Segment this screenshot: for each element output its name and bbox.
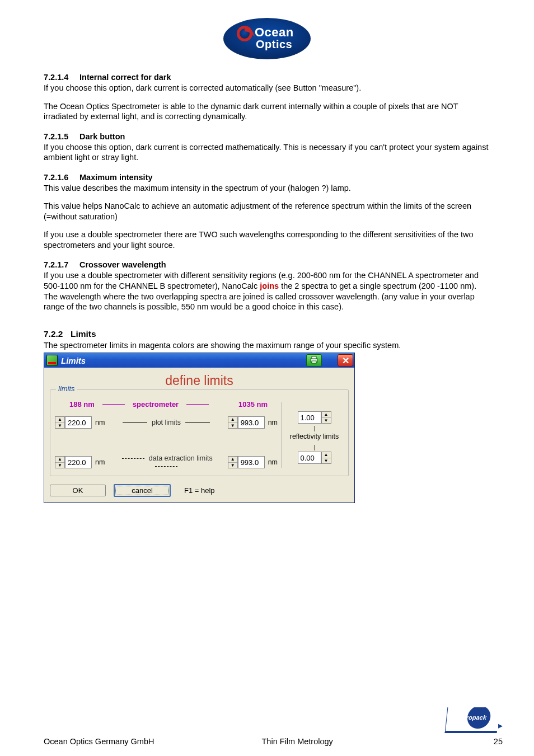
down-arrow-icon[interactable]: ▼ xyxy=(228,423,237,429)
spectrometer-label: spectrometer xyxy=(133,400,179,408)
printer-icon xyxy=(310,355,318,366)
heading-7-2-1-7: 7.2.1.7Crossover wavelength xyxy=(44,260,490,269)
plot-min-spinner[interactable]: ▲▼ xyxy=(55,416,92,429)
help-hint: F1 = help xyxy=(184,486,215,495)
arrow-icon: ▸ xyxy=(498,721,503,730)
down-arrow-icon[interactable]: ▼ xyxy=(322,458,331,464)
ok-button[interactable]: OK xyxy=(50,485,106,496)
dialog-heading: define limits xyxy=(50,373,349,388)
close-icon: ✕ xyxy=(342,355,349,366)
data-max-input[interactable] xyxy=(238,456,265,468)
dialog-title: Limits xyxy=(61,356,86,365)
app-icon xyxy=(46,355,58,366)
vertical-separator xyxy=(281,402,282,468)
up-arrow-icon[interactable]: ▲ xyxy=(55,417,64,423)
heading-7-2-1-5: 7.2.1.5Dark button xyxy=(44,132,490,141)
line-icon xyxy=(123,422,147,423)
close-button[interactable]: ✕ xyxy=(338,354,353,367)
svg-rect-5 xyxy=(312,361,316,363)
heading-7-2-2: 7.2.2Limits xyxy=(44,329,490,339)
down-arrow-icon[interactable]: ▼ xyxy=(55,423,64,429)
limits-dialog: Limits ✕ define limits limits 188 nm xyxy=(44,353,355,503)
data-limits-label: data extraction limits xyxy=(108,454,224,470)
up-arrow-icon[interactable]: ▲ xyxy=(322,412,331,418)
page-number: 25 xyxy=(446,737,503,746)
data-max-spinner[interactable]: ▲▼ xyxy=(228,456,265,468)
dashed-line-icon xyxy=(122,458,144,459)
reflectivity-limits-label: reflectivity limits xyxy=(285,433,344,440)
para-7-2-1-6-2: This value helps NanoCalc to achieve an … xyxy=(44,201,490,222)
para-7-2-1-4-2: The Ocean Optics Spectrometer is able to… xyxy=(44,101,490,122)
para-7-2-1-5-1: If you choose this option, dark current … xyxy=(44,142,490,163)
up-arrow-icon[interactable]: ▲ xyxy=(228,417,237,423)
logo-top-text: Ocean xyxy=(255,25,294,39)
reflectivity-lower-input[interactable] xyxy=(298,452,321,464)
reflectivity-upper-input[interactable] xyxy=(298,411,321,424)
dashed-line-icon xyxy=(155,466,177,467)
ocean-optics-logo: Ocean Optics xyxy=(44,17,490,60)
unit-nm: nm xyxy=(95,458,105,466)
print-button[interactable] xyxy=(306,354,322,367)
down-arrow-icon[interactable]: ▼ xyxy=(55,463,64,468)
spec-min-label: 188 nm xyxy=(69,400,95,408)
footer-company: Ocean Optics Germany GmbH xyxy=(44,737,228,746)
footer-center: Thin Film Metrology xyxy=(228,737,446,746)
down-arrow-icon[interactable]: ▼ xyxy=(322,418,331,424)
para-7-2-1-6-1: This value describes the maximum intensi… xyxy=(44,183,490,194)
down-arrow-icon[interactable]: ▼ xyxy=(228,463,237,468)
svg-rect-4 xyxy=(312,356,316,359)
para-7-2-1-7-1: If you use a double spectrometer with di… xyxy=(44,270,490,312)
reflectivity-upper-spinner[interactable]: ▲▼ xyxy=(298,411,331,424)
spectrometer-range-row: 188 nm spectrometer 1035 nm xyxy=(55,400,278,408)
limits-groupbox: limits 188 nm spectrometer 1035 nm xyxy=(50,389,349,476)
plot-limits-row: ▲▼ nm plot limits ▲▼ nm xyxy=(55,416,278,429)
plot-max-input[interactable] xyxy=(238,416,265,429)
dash-icon xyxy=(102,404,125,405)
para-7-2-1-6-3: If you use a double spectrometer there a… xyxy=(44,229,490,250)
dash-icon xyxy=(186,404,209,405)
plot-limits-label: plot limits xyxy=(108,419,224,426)
mikropack-logo: Mikropack xyxy=(445,707,500,733)
up-arrow-icon[interactable]: ▲ xyxy=(322,452,331,458)
data-min-spinner[interactable]: ▲▼ xyxy=(55,456,92,468)
heading-7-2-1-6: 7.2.1.6Maximum intensity xyxy=(44,173,490,182)
data-limits-row: ▲▼ nm data extraction limits ▲▼ xyxy=(55,454,278,470)
line-icon xyxy=(185,422,210,423)
up-arrow-icon[interactable]: ▲ xyxy=(228,457,237,463)
tick-mark: | xyxy=(285,425,344,431)
cancel-button[interactable]: cancel xyxy=(114,484,171,497)
up-arrow-icon[interactable]: ▲ xyxy=(55,457,64,463)
plot-min-input[interactable] xyxy=(65,416,92,429)
plot-max-spinner[interactable]: ▲▼ xyxy=(228,416,265,429)
logo-bottom-text: Optics xyxy=(256,38,292,50)
tick-mark: | xyxy=(285,444,344,450)
data-min-input[interactable] xyxy=(65,456,92,468)
unit-nm: nm xyxy=(268,419,278,426)
reflectivity-lower-spinner[interactable]: ▲▼ xyxy=(298,452,331,464)
joins-emphasis: joins xyxy=(260,281,279,290)
heading-7-2-1-4: 7.2.1.4Internal correct for dark xyxy=(44,73,490,82)
para-limits-intro: The spectrometer limits in magenta color… xyxy=(44,340,490,351)
groupbox-legend: limits xyxy=(56,384,77,393)
unit-nm: nm xyxy=(268,458,278,466)
spec-max-label: 1035 nm xyxy=(238,400,268,408)
unit-nm: nm xyxy=(95,419,105,426)
para-7-2-1-4-1: If you choose this option, dark current … xyxy=(44,83,490,93)
dialog-titlebar[interactable]: Limits ✕ xyxy=(44,353,354,368)
